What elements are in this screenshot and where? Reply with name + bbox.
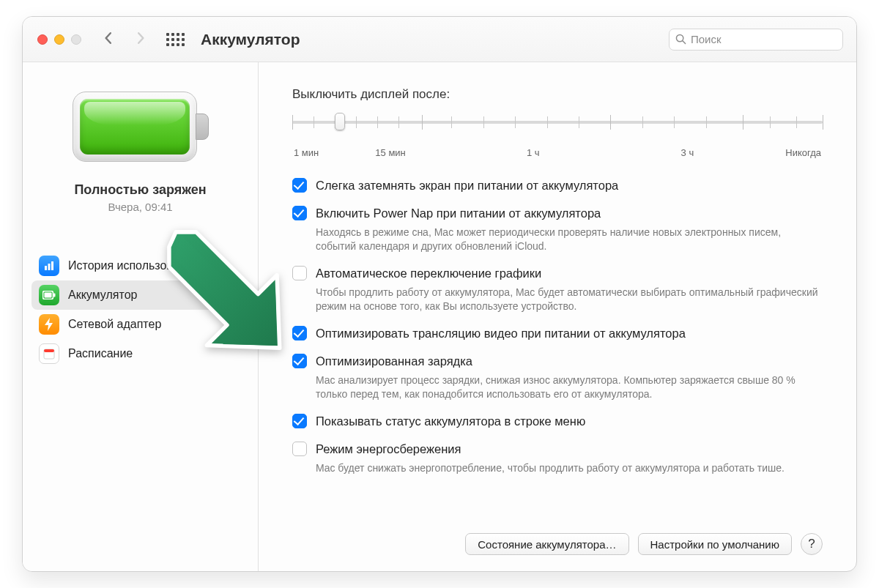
checkbox[interactable] [292,178,307,193]
sidebar-item-schedule[interactable]: Расписание [31,339,249,368]
scale-15min: 15 мин [375,147,405,158]
svg-rect-3 [48,264,51,270]
bar-chart-icon [39,256,59,276]
option-row-6: Режим энергосбережения [292,441,823,457]
search-input[interactable]: Поиск [669,29,843,51]
scale-3h: 3 ч [681,147,694,158]
forward-button [134,31,147,48]
close-window-button[interactable] [37,34,48,45]
restore-defaults-button[interactable]: Настройки по умолчанию [638,533,793,555]
option-label: Режим энергосбережения [316,441,461,457]
option-label: Показывать статус аккумулятора в строке … [316,413,585,429]
display-sleep-slider[interactable] [292,109,823,143]
sidebar-item-label: История использования [68,259,199,272]
battery-health-button[interactable]: Состояние аккумулятора… [465,533,628,555]
option-description: Mac будет снижать энергопотребление, что… [316,461,823,475]
checkbox[interactable] [292,206,307,220]
search-icon [675,34,686,45]
svg-rect-2 [45,266,47,270]
option-label: Слегка затемнять экран при питании от ак… [316,177,618,193]
option-label: Автоматическое переключение графики [316,265,541,281]
sidebar-item-usage-history[interactable]: История использования [31,251,249,280]
zoom-window-button [71,34,81,45]
nav-buttons [102,31,147,48]
checkbox[interactable] [292,414,307,428]
battery-status-title: Полностью заряжен [74,182,206,198]
option-description: Mac анализирует процесс зарядки, снижая … [316,373,823,401]
sidebar-item-battery[interactable]: Аккумулятор [31,280,249,310]
battery-status-time: Вчера, 09:41 [74,201,206,213]
scale-1min: 1 мин [294,147,319,158]
checkbox[interactable] [292,326,307,340]
display-sleep-label: Выключить дисплей после: [292,87,823,102]
option-row-3: Оптимизировать трансляцию видео при пита… [292,325,823,341]
svg-line-1 [683,41,686,44]
sidebar-item-label: Расписание [68,347,133,360]
search-placeholder: Поиск [691,33,722,45]
sidebar-item-label: Сетевой адаптер [68,318,161,331]
show-all-button[interactable] [166,33,185,46]
svg-rect-4 [51,261,53,270]
scale-never: Никогда [785,147,821,158]
option-row-4: Оптимизированная зарядка [292,353,823,369]
back-button[interactable] [102,31,115,48]
preferences-window: Аккумулятор Поиск Полностью заряжен Вчер… [22,16,857,572]
toolbar: Аккумулятор Поиск [23,17,856,62]
main-panel: Выключить дисплей после: 1 мин 15 мин 1 … [259,62,856,571]
checkbox[interactable] [292,442,307,456]
option-row-0: Слегка затемнять экран при питании от ак… [292,177,823,193]
sidebar-item-power-adapter[interactable]: Сетевой адаптер [31,310,249,339]
option-label: Оптимизированная зарядка [316,353,472,369]
battery-hero-icon [73,92,209,162]
battery-icon [39,285,59,305]
svg-rect-7 [53,294,56,297]
option-label: Включить Power Nap при питании от аккуму… [316,205,601,221]
help-button[interactable]: ? [801,533,823,555]
sidebar-item-label: Аккумулятор [68,289,137,302]
battery-status: Полностью заряжен Вчера, 09:41 [74,182,206,213]
slider-scale: 1 мин 15 мин 1 ч 3 ч Никогда [292,147,823,158]
minimize-window-button[interactable] [54,34,64,45]
option-row-2: Автоматическое переключение графики [292,265,823,281]
window-title: Аккумулятор [201,31,300,48]
option-row-5: Показывать статус аккумулятора в строке … [292,413,823,429]
checkbox[interactable] [292,354,307,368]
option-label: Оптимизировать трансляцию видео при пита… [316,325,686,341]
scale-1h: 1 ч [527,147,540,158]
svg-rect-6 [45,293,52,298]
sidebar: Полностью заряжен Вчера, 09:41 История и… [23,62,259,571]
option-description: Чтобы продлить работу от аккумулятора, M… [316,286,823,313]
option-row-1: Включить Power Nap при питании от аккуму… [292,205,823,221]
option-description: Находясь в режиме сна, Mac может периоди… [316,226,823,253]
svg-rect-9 [44,349,54,352]
checkbox[interactable] [292,266,307,280]
bolt-icon [39,314,59,335]
window-controls [37,34,81,45]
calendar-icon [39,343,59,364]
footer-buttons: Состояние аккумулятора… Настройки по умо… [465,533,823,555]
